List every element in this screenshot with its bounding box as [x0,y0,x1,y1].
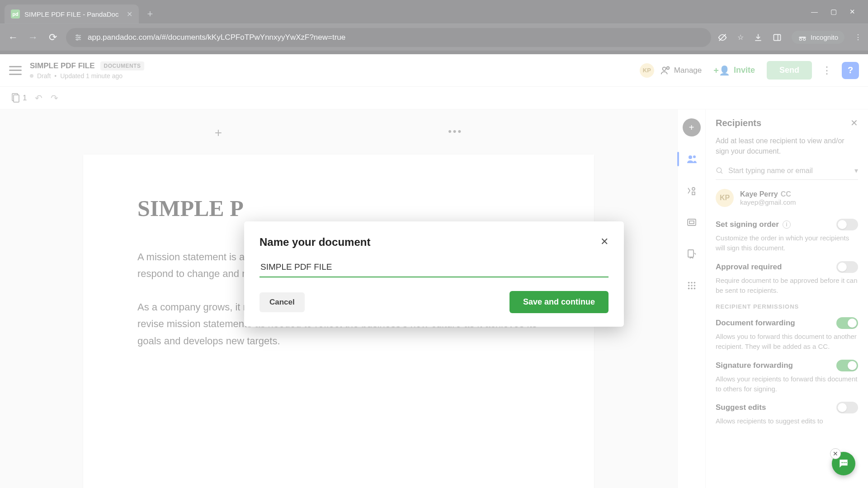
chat-close-icon[interactable]: ✕ [830,448,841,459]
modal-title: Name your document [259,236,370,249]
name-document-modal: Name your document ✕ Cancel Save and con… [244,221,624,327]
save-and-continue-button[interactable]: Save and continue [509,291,609,313]
modal-close-icon[interactable]: ✕ [600,236,609,248]
cancel-button[interactable]: Cancel [259,292,305,312]
svg-point-34 [844,462,845,464]
document-name-input[interactable] [259,259,609,277]
svg-point-33 [841,462,843,464]
svg-point-35 [845,462,847,464]
